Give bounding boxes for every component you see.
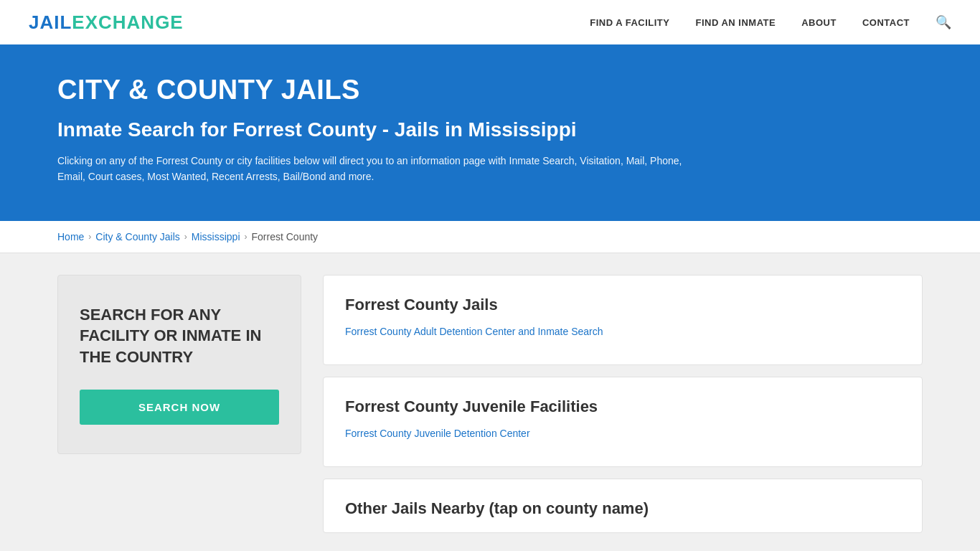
nav-contact[interactable]: CONTACT [862,17,910,28]
site-logo[interactable]: JAILEXCHANGE [29,11,184,34]
search-now-button[interactable]: SEARCH NOW [80,390,279,425]
nav-find-inmate[interactable]: FIND AN INMATE [695,17,776,28]
facility-cards-panel: Forrest County Jails Forrest County Adul… [323,275,923,533]
search-icon[interactable]: 🔍 [936,14,951,30]
nav-find-facility[interactable]: FIND A FACILITY [590,17,669,28]
main-nav: FIND A FACILITY FIND AN INMATE ABOUT CON… [590,14,951,30]
site-header: JAILEXCHANGE FIND A FACILITY FIND AN INM… [0,0,980,46]
jails-link-1[interactable]: Forrest County Adult Detention Center an… [345,326,900,337]
breadcrumb-mississippi[interactable]: Mississippi [192,231,240,242]
jails-card: Forrest County Jails Forrest County Adul… [323,275,923,365]
logo-jail: JAIL [29,11,72,33]
breadcrumb-forrest-county: Forrest County [252,231,319,242]
other-jails-card-title: Other Jails Nearby (tap on county name) [345,499,900,518]
jails-card-title: Forrest County Jails [345,296,900,314]
breadcrumb-city-county-jails[interactable]: City & County Jails [95,231,179,242]
juvenile-card-title: Forrest County Juvenile Facilities [345,397,900,416]
breadcrumb-sep-1: › [88,232,91,242]
nav-about[interactable]: ABOUT [801,17,837,28]
hero-subtitle: Inmate Search for Forrest County - Jails… [57,118,923,141]
breadcrumb: Home › City & County Jails › Mississippi… [0,221,980,253]
hero-banner: CITY & COUNTY JAILS Inmate Search for Fo… [0,46,980,221]
search-panel: SEARCH FOR ANY FACILITY OR INMATE IN THE… [57,275,301,454]
logo-exchange: EXCHANGE [72,11,183,33]
breadcrumb-sep-2: › [184,232,187,242]
other-jails-card: Other Jails Nearby (tap on county name) [323,479,923,533]
hero-title: CITY & COUNTY JAILS [57,75,923,105]
main-content: SEARCH FOR ANY FACILITY OR INMATE IN THE… [0,253,980,551]
hero-description: Clicking on any of the Forrest County or… [57,153,703,185]
breadcrumb-sep-3: › [245,232,248,242]
breadcrumb-home[interactable]: Home [57,231,84,242]
juvenile-card: Forrest County Juvenile Facilities Forre… [323,377,923,467]
juvenile-link-1[interactable]: Forrest County Juvenile Detention Center [345,428,900,439]
search-panel-text: SEARCH FOR ANY FACILITY OR INMATE IN THE… [80,304,279,368]
